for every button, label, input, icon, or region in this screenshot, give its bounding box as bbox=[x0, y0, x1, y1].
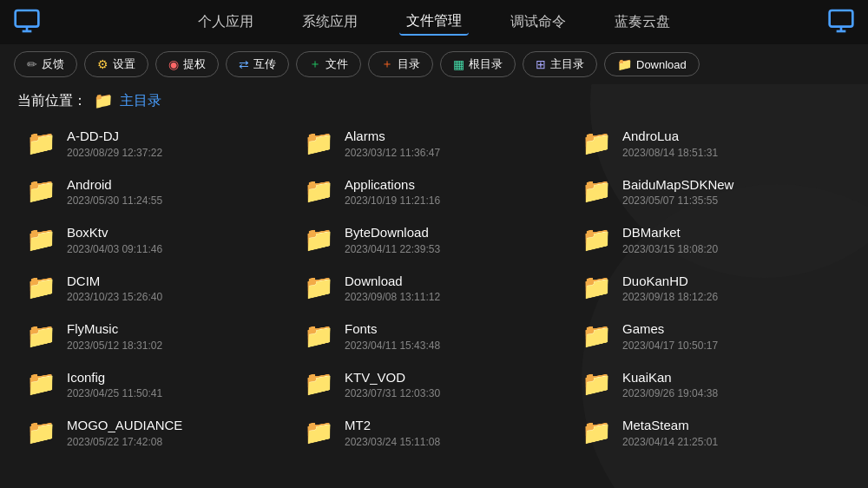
btn-root-icon: ▦ bbox=[453, 57, 464, 71]
svg-rect-3 bbox=[830, 10, 853, 27]
file-name: KuaiKan bbox=[622, 369, 718, 386]
nav-item[interactable]: 调试命令 bbox=[503, 10, 573, 35]
btn-dir-label: 目录 bbox=[398, 56, 420, 72]
file-info: Iconfig2023/04/25 11:50:41 bbox=[67, 369, 162, 400]
file-item[interactable]: 📁BoxKtv2023/04/03 09:11:46 bbox=[17, 217, 295, 262]
file-name: MOGO_AUDIANCE bbox=[67, 417, 182, 434]
file-name: A-DD-DJ bbox=[67, 128, 162, 145]
file-date: 2023/03/24 15:11:08 bbox=[345, 436, 440, 448]
toolbar-btn-btn-settings[interactable]: ⚙设置 bbox=[84, 51, 148, 77]
file-info: AndroLua2023/08/14 18:51:31 bbox=[622, 128, 718, 159]
file-item[interactable]: 📁Fonts2023/04/11 15:43:48 bbox=[295, 313, 573, 359]
file-info: MOGO_AUDIANCE2023/05/22 17:42:08 bbox=[67, 417, 182, 448]
file-date: 2023/05/12 18:31:02 bbox=[67, 340, 162, 352]
monitor-icon-right bbox=[827, 7, 855, 38]
file-info: Alarms2023/03/12 11:36:47 bbox=[345, 128, 440, 159]
folder-icon: 📁 bbox=[582, 372, 612, 396]
file-item[interactable]: 📁Applications2023/10/19 11:21:16 bbox=[295, 169, 573, 214]
file-name: MT2 bbox=[345, 417, 440, 434]
nav-items: 个人应用系统应用文件管理调试命令蓝奏云盘 bbox=[191, 9, 677, 36]
file-info: BoxKtv2023/04/03 09:11:46 bbox=[67, 224, 162, 255]
file-item[interactable]: 📁MOGO_AUDIANCE2023/05/22 17:42:08 bbox=[17, 410, 295, 455]
file-date: 2023/04/11 22:39:53 bbox=[345, 243, 440, 255]
breadcrumb-path: 主目录 bbox=[120, 92, 161, 110]
file-name: KTV_VOD bbox=[345, 369, 440, 386]
toolbar-btn-btn-dir[interactable]: ＋目录 bbox=[368, 51, 433, 77]
file-date: 2023/03/12 11:36:47 bbox=[345, 147, 440, 159]
folder-icon: 📁 bbox=[304, 131, 334, 155]
btn-file-icon: ＋ bbox=[309, 56, 321, 72]
nav-item[interactable]: 个人应用 bbox=[191, 10, 260, 35]
breadcrumb-folder-icon: 📁 bbox=[94, 91, 113, 110]
file-date: 2023/08/29 12:37:22 bbox=[67, 147, 162, 159]
file-item[interactable]: 📁MT22023/03/24 15:11:08 bbox=[295, 410, 573, 455]
file-name: BaiduMapSDKNew bbox=[622, 176, 733, 194]
folder-icon: 📁 bbox=[582, 420, 612, 445]
file-date: 2023/05/22 17:42:08 bbox=[67, 436, 182, 448]
file-item[interactable]: 📁Games2023/04/17 10:50:17 bbox=[573, 313, 851, 359]
toolbar-btn-btn-feedback[interactable]: ✏反馈 bbox=[14, 51, 77, 77]
file-name: MetaSteam bbox=[622, 417, 718, 434]
file-item[interactable]: 📁MetaSteam2023/04/14 21:25:01 bbox=[573, 410, 851, 455]
file-date: 2023/09/08 13:11:12 bbox=[345, 291, 440, 303]
monitor-icon-left bbox=[13, 7, 41, 38]
file-item[interactable]: 📁A-DD-DJ2023/08/29 12:37:22 bbox=[17, 121, 295, 166]
btn-root-label: 根目录 bbox=[469, 56, 503, 72]
file-info: MT22023/03/24 15:11:08 bbox=[345, 417, 440, 448]
btn-auth-icon: ◉ bbox=[168, 57, 179, 71]
btn-home-icon: ⊞ bbox=[536, 57, 546, 71]
toolbar-btn-btn-download[interactable]: 📁Download bbox=[604, 52, 700, 76]
nav-item[interactable]: 系统应用 bbox=[295, 10, 365, 35]
file-item[interactable]: 📁DuoKanHD2023/09/18 18:12:26 bbox=[573, 266, 851, 311]
file-item[interactable]: 📁Download2023/09/08 13:11:12 bbox=[295, 266, 573, 311]
folder-icon: 📁 bbox=[582, 179, 612, 203]
btn-home-label: 主目录 bbox=[550, 56, 584, 72]
file-date: 2023/04/14 21:25:01 bbox=[622, 436, 718, 448]
nav-item[interactable]: 文件管理 bbox=[399, 9, 469, 36]
file-item[interactable]: 📁KuaiKan2023/09/26 19:04:38 bbox=[573, 362, 851, 407]
toolbar-btn-btn-file[interactable]: ＋文件 bbox=[296, 51, 361, 77]
file-item[interactable]: 📁DBMarket2023/03/15 18:08:20 bbox=[573, 217, 851, 262]
folder-icon: 📁 bbox=[304, 372, 334, 396]
file-name: Alarms bbox=[345, 128, 440, 145]
file-date: 2023/05/30 11:24:55 bbox=[67, 195, 162, 207]
toolbar-btn-btn-home[interactable]: ⊞主目录 bbox=[523, 51, 597, 77]
file-item[interactable]: 📁KTV_VOD2023/07/31 12:03:30 bbox=[295, 362, 573, 407]
file-name: Applications bbox=[345, 176, 440, 194]
toolbar-btn-btn-root[interactable]: ▦根目录 bbox=[440, 51, 516, 77]
file-date: 2023/10/19 11:21:16 bbox=[345, 195, 440, 207]
toolbar-btn-btn-auth[interactable]: ◉提权 bbox=[155, 51, 219, 77]
btn-feedback-label: 反馈 bbox=[42, 56, 64, 72]
file-item[interactable]: 📁Alarms2023/03/12 11:36:47 bbox=[295, 121, 573, 166]
file-date: 2023/09/18 18:12:26 bbox=[622, 291, 718, 303]
file-item[interactable]: 📁Android2023/05/30 11:24:55 bbox=[17, 169, 295, 214]
folder-icon: 📁 bbox=[26, 228, 56, 252]
folder-icon: 📁 bbox=[582, 228, 612, 252]
top-nav: 个人应用系统应用文件管理调试命令蓝奏云盘 bbox=[0, 0, 868, 44]
file-item[interactable]: 📁ByteDownload2023/04/11 22:39:53 bbox=[295, 217, 573, 262]
folder-icon: 📁 bbox=[304, 228, 334, 252]
toolbar: ✏反馈⚙设置◉提权⇄互传＋文件＋目录▦根目录⊞主目录📁Download bbox=[0, 44, 868, 84]
file-item[interactable]: 📁DCIM2023/10/23 15:26:40 bbox=[17, 266, 295, 311]
nav-item[interactable]: 蓝奏云盘 bbox=[608, 10, 677, 35]
btn-dir-icon: ＋ bbox=[381, 56, 393, 72]
file-item[interactable]: 📁Iconfig2023/04/25 11:50:41 bbox=[17, 362, 295, 407]
file-item[interactable]: 📁BaiduMapSDKNew2023/05/07 11:35:55 bbox=[573, 169, 851, 214]
toolbar-btn-btn-transfer[interactable]: ⇄互传 bbox=[226, 51, 289, 77]
file-info: DBMarket2023/03/15 18:08:20 bbox=[622, 224, 718, 255]
file-name: FlyMusic bbox=[67, 320, 162, 338]
file-grid: 📁A-DD-DJ2023/08/29 12:37:22📁Alarms2023/0… bbox=[0, 117, 868, 458]
folder-icon: 📁 bbox=[304, 179, 334, 203]
file-info: Download2023/09/08 13:11:12 bbox=[345, 273, 440, 304]
file-item[interactable]: 📁FlyMusic2023/05/12 18:31:02 bbox=[17, 313, 295, 359]
file-info: A-DD-DJ2023/08/29 12:37:22 bbox=[67, 128, 162, 159]
file-date: 2023/08/14 18:51:31 bbox=[622, 147, 718, 159]
file-item[interactable]: 📁AndroLua2023/08/14 18:51:31 bbox=[573, 121, 851, 166]
file-info: BaiduMapSDKNew2023/05/07 11:35:55 bbox=[622, 176, 733, 208]
file-name: Download bbox=[345, 273, 440, 290]
file-name: ByteDownload bbox=[345, 224, 440, 241]
file-name: AndroLua bbox=[622, 128, 718, 145]
btn-download-label: Download bbox=[636, 58, 687, 71]
file-info: Android2023/05/30 11:24:55 bbox=[67, 176, 162, 208]
folder-icon: 📁 bbox=[304, 275, 334, 300]
